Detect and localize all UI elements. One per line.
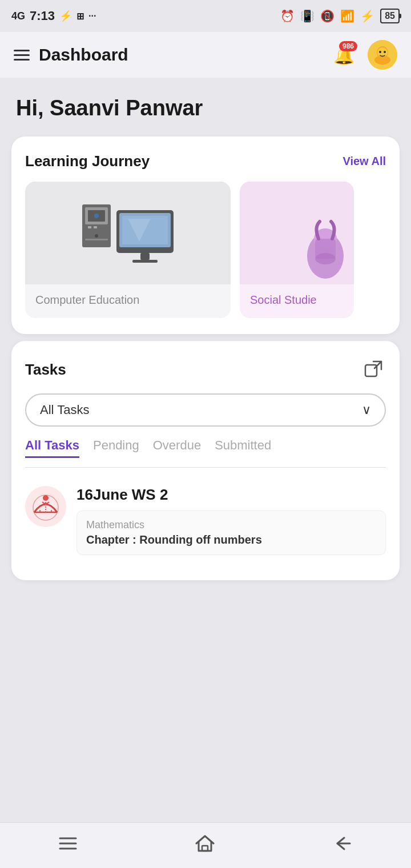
nav-back-button[interactable] xyxy=(321,830,364,861)
computer-illustration xyxy=(71,187,185,279)
dots-icon: ··· xyxy=(88,11,96,21)
call-icon: 📵 xyxy=(320,9,335,23)
external-link-icon xyxy=(363,359,384,380)
tasks-card: Tasks All Tasks ∨ All Tasks Pending Over… xyxy=(11,341,400,580)
usb-icon: ⚡ xyxy=(59,10,72,22)
task-detail-box: Mathematics Chapter : Rounding off numbe… xyxy=(76,511,386,555)
learning-journey-header: Learning Journey View All xyxy=(25,152,386,170)
learning-journey-title: Learning Journey xyxy=(25,152,150,170)
notification-badge: 986 xyxy=(339,41,357,51)
svg-point-11 xyxy=(95,234,98,238)
course-card-computer[interactable]: Computer Education xyxy=(25,182,231,318)
svg-point-23 xyxy=(315,253,336,264)
svg-rect-17 xyxy=(140,253,150,260)
dropdown-selected-label: All Tasks xyxy=(40,403,89,417)
vibrate-icon: 📳 xyxy=(300,9,315,23)
avatar-svg xyxy=(368,40,397,70)
tasks-title: Tasks xyxy=(25,361,66,379)
tab-pending[interactable]: Pending xyxy=(93,438,139,458)
bottom-nav xyxy=(0,822,411,868)
svg-rect-10 xyxy=(94,226,97,228)
extra-icon: ⊞ xyxy=(76,11,84,22)
tasks-external-link[interactable] xyxy=(361,357,386,382)
avatar[interactable] xyxy=(368,40,397,70)
status-left: 4G 7:13 ⚡ ⊞ ··· xyxy=(11,9,96,23)
task-item[interactable]: 16June WS 2 Mathematics Chapter : Roundi… xyxy=(25,477,386,564)
home-icon xyxy=(195,834,215,853)
nav-home-button[interactable] xyxy=(184,830,226,861)
svg-point-31 xyxy=(43,495,49,501)
task-chapter: Chapter : Rounding off numbers xyxy=(86,533,376,546)
tab-all-tasks[interactable]: All Tasks xyxy=(25,438,79,458)
hamburger-menu[interactable] xyxy=(14,50,30,61)
time-display: 7:13 xyxy=(30,9,55,23)
wifi-icon: 📶 xyxy=(340,9,354,23)
header: Dashboard 🔔 986 xyxy=(0,32,411,78)
course-label-social: Social Studie xyxy=(240,284,354,318)
svg-point-5 xyxy=(384,51,386,53)
hamburger-line-2 xyxy=(14,54,30,56)
greeting-section: Hi, Saanvi Panwar xyxy=(0,78,411,130)
tabs-divider xyxy=(25,467,386,468)
task-icon xyxy=(25,486,66,527)
home-nav-icon xyxy=(195,834,215,857)
notification-button[interactable]: 🔔 986 xyxy=(329,40,358,70)
view-all-link[interactable]: View All xyxy=(342,155,386,168)
back-nav-icon xyxy=(333,834,352,857)
hamburger-line-3 xyxy=(14,59,30,61)
hamburger-line-1 xyxy=(14,50,30,51)
greeting-text: Hi, Saanvi Panwar xyxy=(16,96,395,120)
header-actions: 🔔 986 xyxy=(329,40,397,70)
courses-row: Computer Education Social Studie xyxy=(25,182,386,318)
task-math-icon xyxy=(30,491,62,523)
task-subject: Mathematics xyxy=(86,519,376,531)
svg-rect-18 xyxy=(132,260,158,263)
learning-journey-card: Learning Journey View All xyxy=(11,136,400,334)
status-right: ⏰ 📳 📵 📶 ⚡ 85 xyxy=(280,9,400,23)
course-image-computer xyxy=(25,182,231,284)
page-title: Dashboard xyxy=(39,45,329,65)
svg-point-3 xyxy=(374,55,390,65)
svg-point-4 xyxy=(379,51,381,53)
back-arrow-icon xyxy=(333,834,352,853)
tasks-dropdown[interactable]: All Tasks ∨ xyxy=(25,393,386,427)
task-details: 16June WS 2 Mathematics Chapter : Roundi… xyxy=(76,486,386,555)
nav-menu-button[interactable] xyxy=(47,831,88,860)
course-image-social xyxy=(240,182,354,284)
signal-icon: 4G xyxy=(11,10,25,22)
bolt-icon: ⚡ xyxy=(360,9,374,23)
course-card-social[interactable]: Social Studie xyxy=(240,182,354,318)
menu-lines-icon xyxy=(59,835,77,851)
status-bar: 4G 7:13 ⚡ ⊞ ··· ⏰ 📳 📵 📶 ⚡ 85 xyxy=(0,0,411,32)
svg-rect-12 xyxy=(85,239,108,240)
svg-point-19 xyxy=(94,214,99,218)
course-label-computer: Computer Education xyxy=(25,284,231,318)
tab-overdue[interactable]: Overdue xyxy=(153,438,201,458)
tab-submitted[interactable]: Submitted xyxy=(215,438,271,458)
alarm-icon: ⏰ xyxy=(280,9,295,23)
menu-nav-icon xyxy=(59,835,77,855)
svg-rect-9 xyxy=(88,226,91,228)
chevron-down-icon: ∨ xyxy=(362,403,371,417)
svg-rect-24 xyxy=(365,365,377,376)
tasks-header: Tasks xyxy=(25,357,386,382)
task-tabs: All Tasks Pending Overdue Submitted xyxy=(25,438,386,458)
social-illustration xyxy=(291,193,348,284)
battery-indicator: 85 xyxy=(380,9,400,23)
task-title: 16June WS 2 xyxy=(76,486,386,504)
